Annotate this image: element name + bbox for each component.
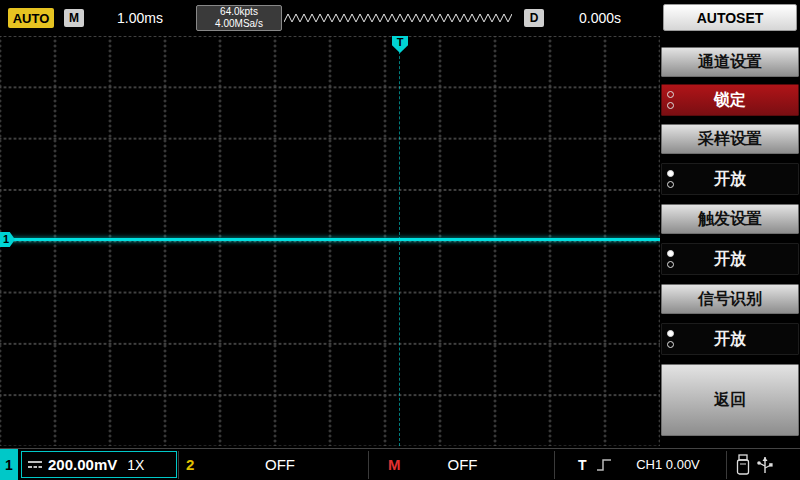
usb-device-icon	[736, 454, 750, 476]
side-menu: 通道设置 锁定 采样设置 开放 触发设置 开放	[660, 36, 800, 448]
math-status: OFF	[400, 449, 525, 480]
delay-badge: D	[524, 9, 544, 27]
trigger-source: CH1 0.00V	[616, 449, 720, 480]
menu-label: 触发设置	[698, 209, 762, 230]
trigger-position-line	[399, 36, 400, 446]
waveform-preview-icon	[284, 10, 512, 26]
timebase-value: 1.00ms	[100, 10, 180, 26]
ch1-trace	[0, 238, 660, 241]
ch1-probe: 1X	[127, 457, 144, 473]
menu-label: 锁定	[714, 90, 746, 111]
scope-grid: T 1	[0, 36, 660, 446]
top-bar: AUTO M 1.00ms 64.0kpts 4.00MSa/s D 0.000…	[0, 0, 800, 36]
menu-button-trigger-settings[interactable]: 触发设置	[661, 204, 799, 234]
radio-icon	[667, 91, 674, 98]
ch1-settings-box[interactable]: 200.00mV 1X	[21, 451, 177, 478]
divider	[368, 451, 369, 479]
menu-button-sampling-open[interactable]: 开放	[661, 163, 799, 195]
divider	[554, 451, 555, 479]
trigger-marker[interactable]: T	[392, 36, 408, 53]
menu-label: 信号识别	[698, 289, 762, 310]
divider	[178, 451, 179, 479]
menu-label: 开放	[714, 169, 746, 190]
menu-button-return[interactable]: 返回	[661, 364, 799, 436]
acquisition-mode-badge: AUTO	[8, 8, 54, 28]
ch1-level-marker[interactable]: 1	[0, 232, 15, 247]
menu-button-signal-recognition[interactable]: 信号识别	[661, 284, 799, 314]
math-badge[interactable]: M	[388, 449, 401, 480]
autoset-button[interactable]: AUTOSET	[663, 4, 797, 31]
menu-label: 返回	[714, 390, 746, 411]
status-bar: 1 200.00mV 1X 2 OFF M OFF T CH1 0.00V	[0, 448, 800, 480]
radio-icon	[667, 170, 674, 177]
menu-label: 通道设置	[698, 52, 762, 73]
divider	[726, 451, 727, 479]
menu-button-signal-open[interactable]: 开放	[661, 323, 799, 355]
usb-host-icon	[756, 454, 774, 476]
menu-label: 开放	[714, 249, 746, 270]
delay-value: 0.000s	[558, 10, 642, 26]
oscilloscope-screen: AUTO M 1.00ms 64.0kpts 4.00MSa/s D 0.000…	[0, 0, 800, 480]
menu-button-trigger-open[interactable]: 开放	[661, 243, 799, 275]
coupling-icon	[27, 459, 43, 471]
timebase-badge: M	[64, 9, 84, 27]
radio-icon	[667, 261, 674, 268]
radio-indicator	[667, 170, 674, 188]
menu-button-lock[interactable]: 锁定	[661, 84, 799, 116]
ch1-badge[interactable]: 1	[0, 449, 18, 480]
radio-icon	[667, 330, 674, 337]
radio-indicator	[667, 330, 674, 348]
ch1-scale: 200.00mV	[48, 456, 117, 473]
ch2-status: OFF	[210, 449, 350, 480]
radio-icon	[667, 341, 674, 348]
sample-rate: 4.00MSa/s	[197, 18, 281, 30]
ch2-badge[interactable]: 2	[186, 449, 194, 480]
radio-icon	[667, 181, 674, 188]
menu-button-channel-settings[interactable]: 通道设置	[661, 47, 799, 77]
memory-sample-box: 64.0kpts 4.00MSa/s	[196, 5, 282, 31]
radio-icon	[667, 102, 674, 109]
trigger-badge[interactable]: T	[578, 449, 587, 480]
menu-label: 开放	[714, 329, 746, 350]
radio-indicator	[667, 250, 674, 268]
menu-label: 采样设置	[698, 129, 762, 150]
menu-button-sampling-settings[interactable]: 采样设置	[661, 124, 799, 154]
radio-icon	[667, 250, 674, 257]
trigger-slope-icon	[596, 457, 612, 473]
memory-depth: 64.0kpts	[197, 6, 281, 18]
radio-indicator	[667, 91, 674, 109]
